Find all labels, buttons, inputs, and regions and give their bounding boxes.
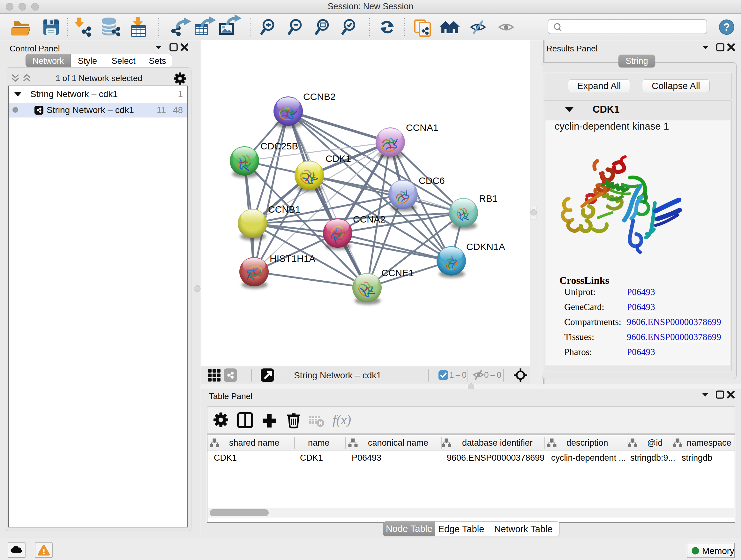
svg-text:shared name: shared name xyxy=(229,438,280,448)
svg-text:0 – 0: 0 – 0 xyxy=(484,370,501,380)
svg-text:RB1: RB1 xyxy=(479,193,497,204)
svg-text:CCNB2: CCNB2 xyxy=(303,91,336,102)
svg-text:CCNA1: CCNA1 xyxy=(406,122,439,133)
svg-text:description: description xyxy=(566,438,608,448)
svg-text:CDC6: CDC6 xyxy=(419,175,445,186)
svg-text:namespace: namespace xyxy=(687,438,731,448)
svg-text:?: ? xyxy=(724,21,730,33)
svg-text:canonical name: canonical name xyxy=(368,438,428,448)
svg-text:database identifier: database identifier xyxy=(462,438,533,448)
svg-text:@id: @id xyxy=(647,438,663,448)
svg-text:1 – 0: 1 – 0 xyxy=(449,370,467,380)
svg-text:CDC25B: CDC25B xyxy=(260,141,298,151)
svg-text:CDKN1A: CDKN1A xyxy=(466,241,505,252)
svg-text:CDK1: CDK1 xyxy=(326,153,351,164)
svg-text:f(x): f(x) xyxy=(333,413,351,428)
svg-text:CCNB1: CCNB1 xyxy=(268,204,300,214)
svg-text:CCNE1: CCNE1 xyxy=(381,267,414,278)
svg-text:name: name xyxy=(308,438,330,448)
svg-text:HIST1H1A: HIST1H1A xyxy=(270,253,315,264)
svg-text:CCNA2: CCNA2 xyxy=(353,214,386,225)
